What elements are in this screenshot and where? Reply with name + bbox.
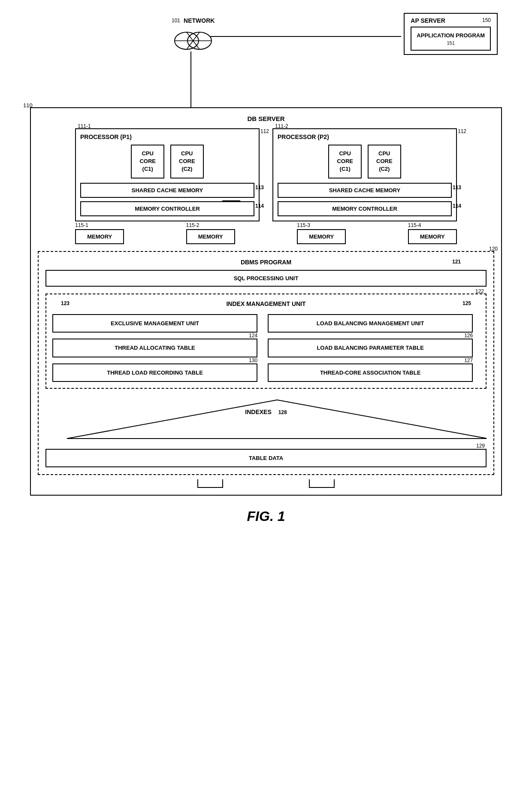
p1-shared-cache-label: SHARED CACHE MEMORY	[132, 187, 203, 194]
thread-load-box: THREAD LOAD RECORDING TABLE	[52, 363, 257, 382]
table-data-ref: 129	[476, 443, 485, 449]
index-mgmt-right-col: LOAD BALANCING MANAGEMENT UNIT 126 LOAD …	[268, 314, 473, 382]
load-balancing-mgmt-box: LOAD BALANCING MANAGEMENT UNIT	[268, 314, 473, 333]
load-balancing-param-box: LOAD BALANCING PARAMETER TABLE	[268, 339, 473, 357]
db-server-box: 110 DB SERVER 111-1 112 PROCESSOR (P1) C…	[30, 107, 502, 496]
p2-memory-controller: MEMORY CONTROLLER 114	[278, 201, 452, 216]
thread-alloc-wrapper: 124 THREAD ALLOCATING TABLE	[52, 339, 257, 357]
memory-1-ref: 115-1	[75, 222, 88, 228]
network-ref-label: 101	[172, 18, 180, 24]
p1-shared-cache: SHARED CACHE MEMORY 113	[80, 183, 254, 198]
memory-row: 115-1 MEMORY 115-2 MEMORY 115-3 MEMORY 1…	[38, 229, 494, 244]
exclusive-mgmt-box: EXCLUSIVE MANAGEMENT UNIT	[52, 314, 257, 333]
p1-memory-controller-label: MEMORY CONTROLLER	[135, 206, 200, 212]
application-program-ref: 151	[417, 40, 485, 45]
memory-3-wrapper: 115-3 MEMORY	[297, 229, 346, 244]
figure-label: FIG. 1	[247, 508, 285, 524]
memory-3-box: MEMORY	[297, 229, 346, 244]
application-program-box: APPLICATION PROGRAM 151	[411, 27, 491, 51]
dbms-dashed-box: 120 DBMS PROGRAM 121 SQL PROCESSING UNIT…	[38, 251, 494, 475]
load-balancing-mgmt-ref: 125	[462, 300, 471, 306]
ap-server-label: AP SERVER	[411, 17, 445, 24]
p1-memory-controller-ref: 114	[255, 203, 264, 209]
p2-cpu-c1: CPUCORE(C1)	[328, 145, 362, 179]
table-data-wrapper: 129 TABLE DATA	[45, 449, 487, 467]
p1-label: PROCESSOR (P1)	[80, 133, 254, 140]
thread-alloc-ref: 124	[249, 333, 257, 339]
sql-processing-box: SQL PROCESSING UNIT	[45, 270, 487, 287]
bottom-connectors	[38, 479, 494, 488]
thread-core-box: THREAD-CORE ASSOCIATION TABLE	[268, 363, 473, 382]
dbms-ref: 120	[489, 246, 498, 252]
thread-core-wrapper: 127 THREAD-CORE ASSOCIATION TABLE	[268, 363, 473, 382]
p1-shared-cache-ref: 113	[255, 185, 264, 191]
memory-4-ref: 115-4	[408, 222, 421, 228]
memory-1-wrapper: 115-1 MEMORY	[75, 229, 124, 244]
p2-shared-cache: SHARED CACHE MEMORY 113	[278, 183, 452, 198]
memory-1-box: MEMORY	[75, 229, 124, 244]
p1-ref: 111-1	[78, 123, 91, 129]
thread-load-wrapper: 130 THREAD LOAD RECORDING TABLE	[52, 363, 257, 382]
indexes-svg	[45, 396, 487, 443]
processor-p2-box: 111-2 112 PROCESSOR (P2) CPUCORE(C1) CPU…	[272, 128, 457, 221]
db-server-label: DB SERVER	[38, 115, 494, 122]
table-data-box: TABLE DATA	[45, 449, 487, 467]
diagram-container: 101 NETWORK AP SERVER 150 APPLICATION PR…	[30, 13, 502, 496]
memory-3-ref: 115-3	[297, 222, 310, 228]
indexes-area: INDEXES 128	[45, 396, 487, 443]
exclusive-mgmt-ref: 123	[61, 300, 70, 306]
p2-processor-ref: 112	[458, 128, 466, 134]
p1-cpu-c1: CPUCORE(C1)	[131, 145, 164, 179]
load-balancing-param-wrapper: 126 LOAD BALANCING PARAMETER TABLE	[268, 339, 473, 357]
dbms-program-label: DBMS PROGRAM 121	[45, 259, 487, 266]
ap-server-block: AP SERVER 150 APPLICATION PROGRAM 151	[404, 13, 498, 55]
memory-4-wrapper: 115-4 MEMORY	[408, 229, 457, 244]
load-balancing-param-ref: 126	[464, 333, 473, 339]
db-server-ref: 110	[23, 102, 33, 109]
p2-cpu-cores: CPUCORE(C1) CPUCORE(C2)	[278, 145, 452, 179]
network-block: 101 NETWORK	[172, 17, 215, 56]
p2-shared-cache-label: SHARED CACHE MEMORY	[329, 187, 400, 194]
thread-alloc-box: THREAD ALLOCATING TABLE	[52, 339, 257, 357]
memory-4-box: MEMORY	[408, 229, 457, 244]
p1-memory-controller: MEMORY CONTROLLER 114	[80, 201, 254, 216]
memory-2-ref: 115-2	[186, 222, 200, 228]
ap-server-ref: 150	[482, 17, 491, 23]
p2-memory-controller-ref: 114	[453, 203, 461, 209]
memory-2-wrapper: 115-2 MEMORY	[186, 229, 235, 244]
index-mgmt-ref: 122	[475, 288, 484, 294]
network-label: NETWORK	[184, 17, 215, 24]
p1-cpu-cores: CPUCORE(C1) CPUCORE(C2)	[80, 145, 254, 179]
bottom-connector-left	[197, 479, 223, 488]
p2-memory-controller-label: MEMORY CONTROLLER	[332, 206, 397, 212]
thread-core-ref: 127	[464, 357, 473, 363]
processors-row: 111-1 112 PROCESSOR (P1) CPUCORE(C1) CPU…	[38, 128, 494, 221]
memory-2-box: MEMORY	[186, 229, 235, 244]
processor-p1-box: 111-1 112 PROCESSOR (P1) CPUCORE(C1) CPU…	[75, 128, 260, 221]
index-mgmt-columns: EXCLUSIVE MANAGEMENT UNIT 124 THREAD ALL…	[52, 314, 480, 382]
indexes-ref: 128	[278, 409, 287, 415]
index-mgmt-box: 122 123 INDEX MANAGEMENT UNIT 125 EXCLUS…	[45, 294, 487, 389]
p1-cpu-c2: CPUCORE(C2)	[170, 145, 204, 179]
bottom-connector-right	[309, 479, 335, 488]
thread-load-ref: 130	[249, 357, 257, 363]
network-icon	[174, 26, 212, 56]
p2-cpu-c2: CPUCORE(C2)	[368, 145, 401, 179]
p2-label: PROCESSOR (P2)	[278, 133, 452, 140]
dbms-sql-ref: 121	[452, 259, 461, 265]
application-program-label: APPLICATION PROGRAM	[417, 32, 485, 39]
p2-ref: 111-2	[275, 123, 288, 129]
index-mgmt-left-col: EXCLUSIVE MANAGEMENT UNIT 124 THREAD ALL…	[52, 314, 257, 382]
p1-processor-ref: 112	[260, 128, 269, 134]
index-mgmt-label-row: 123 INDEX MANAGEMENT UNIT 125	[52, 300, 480, 307]
p2-shared-cache-ref: 113	[453, 185, 461, 191]
svg-marker-8	[67, 400, 487, 439]
indexes-label: INDEXES 128	[245, 409, 287, 415]
